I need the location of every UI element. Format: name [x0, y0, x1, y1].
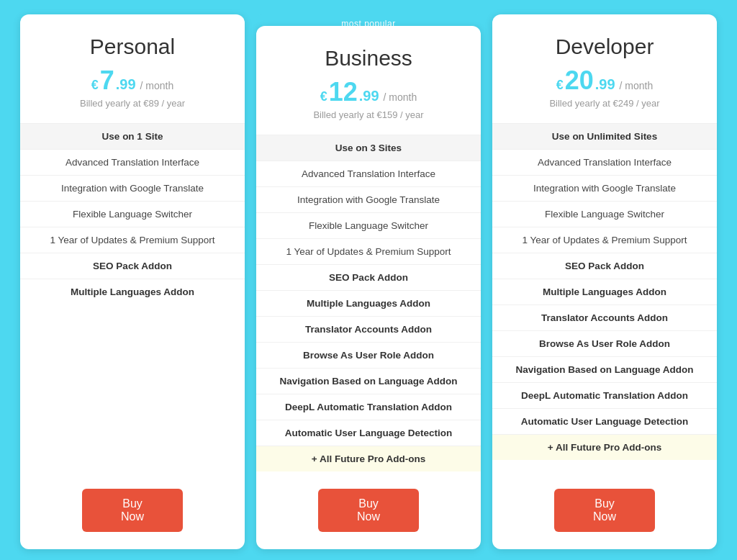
feature-row: Use on 1 Site [20, 123, 245, 149]
plan-footer-developer: Buy Now [492, 471, 717, 549]
feature-row: Multiple Languages Addon [256, 290, 481, 316]
feature-row: 1 Year of Updates & Premium Support [256, 238, 481, 264]
plan-footer-business: Buy Now [256, 471, 481, 549]
plan-name-personal: Personal [35, 35, 230, 59]
plan-header-personal: Personal€7.99/ monthBilled yearly at €89… [20, 14, 245, 123]
feature-row: DeepL Automatic Translation Addon [256, 394, 481, 420]
price-period: / month [140, 80, 174, 91]
plan-price-developer: €20.99/ month [507, 68, 702, 94]
feature-row: Integration with Google Translate [20, 175, 245, 201]
feature-row: Automatic User Language Detection [256, 420, 481, 446]
plan-header-business: Business€12.99/ monthBilled yearly at €1… [256, 26, 481, 135]
plan-card-personal: Personal€7.99/ monthBilled yearly at €89… [20, 14, 245, 549]
plan-wrapper-business: most popularBusiness€12.99/ monthBilled … [250, 14, 487, 549]
buy-button-developer[interactable]: Buy Now [554, 489, 655, 532]
feature-row: 1 Year of Updates & Premium Support [20, 227, 245, 253]
feature-row: Advanced Translation Interface [492, 149, 717, 175]
currency-symbol: € [320, 89, 327, 104]
feature-row: Flexible Language Switcher [20, 201, 245, 227]
feature-row: Use on Unlimited Sites [492, 123, 717, 149]
plan-header-developer: Developer€20.99/ monthBilled yearly at €… [492, 14, 717, 123]
plan-billed-personal: Billed yearly at €89 / year [35, 98, 230, 109]
buy-button-business[interactable]: Buy Now [318, 489, 419, 532]
feature-row: Automatic User Language Detection [492, 408, 717, 434]
features-list-business: Use on 3 SitesAdvanced Translation Inter… [256, 135, 481, 471]
feature-row: Integration with Google Translate [492, 175, 717, 201]
price-decimal: .99 [359, 88, 379, 104]
feature-row: DeepL Automatic Translation Addon [492, 382, 717, 408]
plan-footer-personal: Buy Now [20, 471, 245, 549]
feature-row: Browse As User Role Addon [492, 330, 717, 356]
feature-row: Flexible Language Switcher [492, 201, 717, 227]
price-main: 12 [329, 79, 358, 105]
plan-price-business: €12.99/ month [271, 79, 466, 105]
price-main: 7 [100, 68, 114, 94]
price-period: / month [384, 91, 417, 103]
feature-row: Multiple Languages Addon [492, 279, 717, 304]
currency-symbol: € [91, 78, 99, 93]
feature-row: Translator Accounts Addon [256, 316, 481, 342]
plan-card-developer: Developer€20.99/ monthBilled yearly at €… [492, 14, 717, 549]
price-period: / month [620, 80, 654, 91]
price-decimal: .99 [595, 76, 615, 93]
plan-name-developer: Developer [507, 35, 702, 59]
plan-card-business: Business€12.99/ monthBilled yearly at €1… [256, 26, 481, 549]
plan-name-business: Business [271, 46, 466, 71]
feature-row: Advanced Translation Interface [20, 149, 245, 175]
features-list-developer: Use on Unlimited SitesAdvanced Translati… [492, 123, 717, 471]
feature-row: Navigation Based on Language Addon [256, 368, 481, 394]
feature-row: + All Future Pro Add-ons [492, 434, 717, 460]
buy-button-personal[interactable]: Buy Now [82, 489, 183, 532]
feature-row: Flexible Language Switcher [256, 212, 481, 238]
feature-row: SEO Pack Addon [20, 253, 245, 279]
price-decimal: .99 [116, 76, 136, 93]
feature-row: Navigation Based on Language Addon [492, 356, 717, 382]
price-main: 20 [565, 68, 594, 94]
feature-row: SEO Pack Addon [492, 253, 717, 279]
plan-billed-business: Billed yearly at €159 / year [271, 109, 466, 120]
feature-row: Translator Accounts Addon [492, 304, 717, 330]
feature-row: Advanced Translation Interface [256, 161, 481, 186]
plan-price-personal: €7.99/ month [35, 68, 230, 94]
feature-row: Multiple Languages Addon [20, 279, 245, 304]
plan-wrapper-developer: Developer€20.99/ monthBilled yearly at €… [487, 14, 723, 549]
feature-row: SEO Pack Addon [256, 264, 481, 290]
feature-row: Use on 3 Sites [256, 135, 481, 161]
feature-row: Browse As User Role Addon [256, 342, 481, 368]
feature-row: + All Future Pro Add-ons [256, 446, 481, 471]
currency-symbol: € [556, 78, 564, 93]
feature-row: 1 Year of Updates & Premium Support [492, 227, 717, 253]
feature-row: Integration with Google Translate [256, 186, 481, 212]
plan-billed-developer: Billed yearly at €249 / year [507, 98, 702, 109]
pricing-container: Personal€7.99/ monthBilled yearly at €89… [14, 14, 723, 549]
plan-wrapper-personal: Personal€7.99/ monthBilled yearly at €89… [14, 14, 250, 549]
features-list-personal: Use on 1 SiteAdvanced Translation Interf… [20, 123, 245, 471]
